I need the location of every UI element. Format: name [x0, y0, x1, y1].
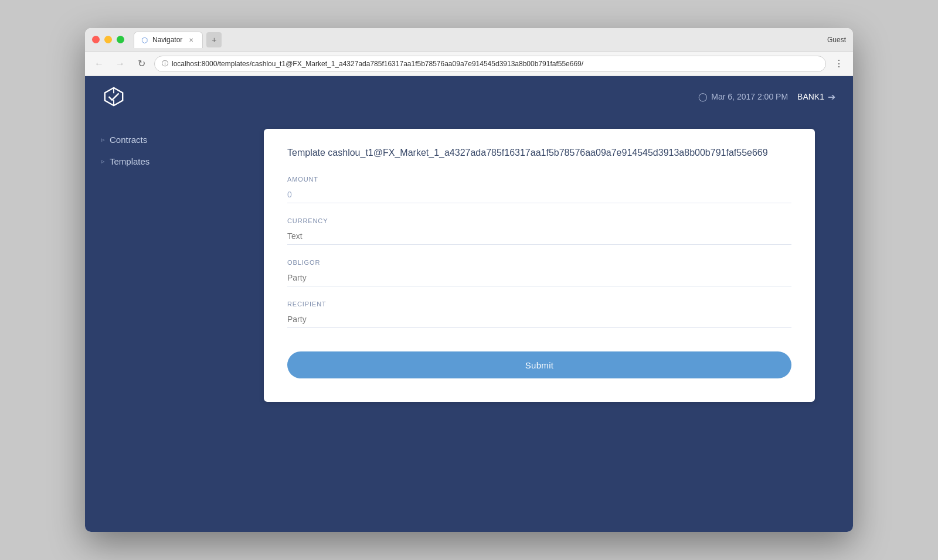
- form-title: Template cashlou_t1@FX_Market_1_a4327ada…: [287, 148, 791, 158]
- tab-icon: ⬡: [141, 36, 148, 45]
- browser-window: ⬡ Navigator ✕ + Guest ← → ↻ ⓘ localhost:…: [85, 28, 853, 532]
- recipient-field: RECIPIENT: [287, 301, 791, 328]
- header-time: ◯ Mar 6, 2017 2:00 PM: [698, 92, 788, 101]
- currency-field: CURRENCY: [287, 217, 791, 245]
- recipient-input[interactable]: [287, 311, 791, 328]
- url-bar[interactable]: ⓘ localhost:8000/templates/cashlou_t1@FX…: [154, 56, 826, 72]
- clock-icon: ◯: [698, 92, 708, 101]
- lock-icon: ⓘ: [162, 59, 168, 68]
- sidebar-item-templates[interactable]: ▹ Templates: [85, 151, 226, 172]
- header-user: BANK1 ➔: [797, 91, 835, 103]
- submit-button[interactable]: Submit: [287, 351, 791, 378]
- amount-input[interactable]: [287, 186, 791, 203]
- main-content: Template cashlou_t1@FX_Market_1_a4327ada…: [226, 117, 853, 532]
- obligor-input[interactable]: [287, 269, 791, 286]
- titlebar: ⬡ Navigator ✕ + Guest: [85, 28, 853, 52]
- tab-area: ⬡ Navigator ✕ +: [134, 32, 827, 48]
- username: BANK1: [797, 92, 824, 101]
- window-controls: [92, 36, 124, 43]
- maximize-button[interactable]: [117, 36, 124, 43]
- timestamp: Mar 6, 2017 2:00 PM: [711, 92, 788, 101]
- addressbar: ← → ↻ ⓘ localhost:8000/templates/cashlou…: [85, 52, 853, 76]
- obligor-field: OBLIGOR: [287, 259, 791, 286]
- chevron-right-icon: ▹: [101, 136, 105, 144]
- guest-label: Guest: [827, 36, 846, 44]
- recipient-label: RECIPIENT: [287, 301, 791, 308]
- sidebar: ▹ Contracts ▹ Templates: [85, 117, 226, 532]
- currency-input[interactable]: [287, 228, 791, 245]
- logout-icon[interactable]: ➔: [828, 91, 835, 103]
- app-body: ▹ Contracts ▹ Templates Template cashlou…: [85, 117, 853, 532]
- tab-label: Navigator: [152, 36, 182, 44]
- close-button[interactable]: [92, 36, 100, 43]
- amount-field: AMOUNT: [287, 176, 791, 203]
- app-header: ◯ Mar 6, 2017 2:00 PM BANK1 ➔: [85, 76, 853, 117]
- form-card: Template cashlou_t1@FX_Market_1_a4327ada…: [264, 129, 815, 402]
- sidebar-item-contracts[interactable]: ▹ Contracts: [85, 129, 226, 151]
- currency-label: CURRENCY: [287, 217, 791, 224]
- forward-button[interactable]: →: [112, 56, 128, 72]
- header-right: ◯ Mar 6, 2017 2:00 PM BANK1 ➔: [698, 91, 835, 103]
- back-button[interactable]: ←: [91, 56, 107, 72]
- chevron-right-icon-2: ▹: [101, 158, 105, 165]
- obligor-label: OBLIGOR: [287, 259, 791, 266]
- browser-tab[interactable]: ⬡ Navigator ✕: [134, 32, 203, 48]
- app-layout: ◯ Mar 6, 2017 2:00 PM BANK1 ➔ ▹ Contract…: [85, 76, 853, 532]
- new-tab-button[interactable]: +: [206, 32, 222, 47]
- amount-label: AMOUNT: [287, 176, 791, 183]
- reload-button[interactable]: ↻: [133, 56, 149, 72]
- sidebar-item-contracts-label: Contracts: [110, 135, 147, 145]
- tab-close-button[interactable]: ✕: [187, 36, 195, 44]
- logo-icon: [103, 86, 125, 108]
- minimize-button[interactable]: [104, 36, 112, 43]
- sidebar-item-templates-label: Templates: [110, 156, 149, 166]
- browser-menu-button[interactable]: ⋮: [831, 56, 847, 72]
- url-text: localhost:8000/templates/cashlou_t1@FX_M…: [172, 60, 818, 68]
- logo: [103, 86, 125, 108]
